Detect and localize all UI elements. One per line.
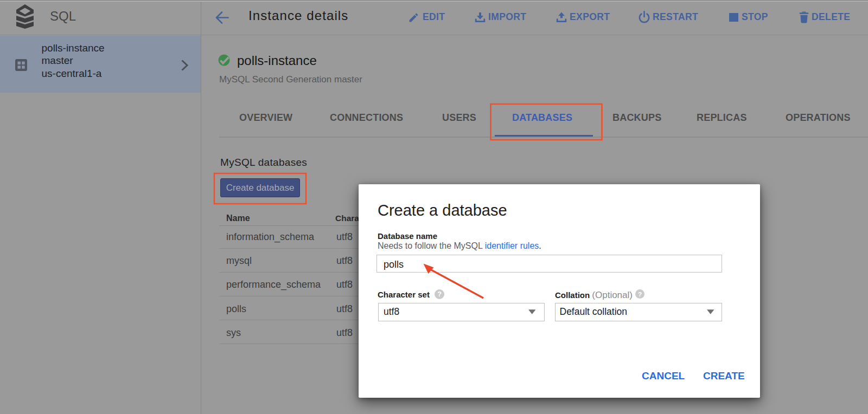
svg-text:?: ? xyxy=(637,290,641,298)
svg-text:?: ? xyxy=(437,290,442,298)
